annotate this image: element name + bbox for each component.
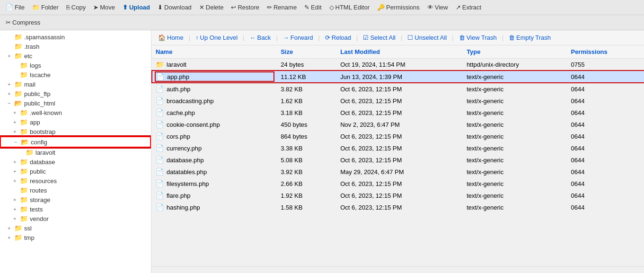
sidebar-label-tests: tests [30, 206, 43, 213]
sep2: | [243, 34, 244, 41]
view-trash-btn[interactable]: 🗑 View Trash [455, 32, 501, 43]
table-row[interactable]: 📄cookie-consent.php450 bytesNov 2, 2023,… [152, 119, 644, 131]
table-row[interactable]: 📄app.php11.12 KBJun 13, 2024, 1:39 PMtex… [152, 70, 644, 83]
download-btn[interactable]: ⬇ Download [154, 2, 195, 13]
file-type-cell: text/x-generic [463, 131, 567, 142]
expand-icon-app: + [13, 119, 19, 125]
edit-icon: ✎ [304, 4, 309, 11]
extract-btn[interactable]: ↗ Extract [452, 2, 485, 13]
back-btn[interactable]: ← Back [246, 32, 274, 43]
file-modified-cell: Oct 6, 2023, 12:15 PM [336, 190, 463, 202]
delete-btn[interactable]: ✕ Delete [195, 2, 228, 13]
sidebar-item-storage[interactable]: + 📁 storage [0, 195, 151, 204]
html-editor-btn[interactable]: ◇ HTML Editor [326, 2, 373, 13]
table-row[interactable]: 📄cache.php3.18 KBOct 6, 2023, 12:15 PMte… [152, 107, 644, 119]
table-row[interactable]: 📄auth.php3.82 KBOct 6, 2023, 12:15 PMtex… [152, 83, 644, 95]
file-modified-cell: Nov 2, 2023, 6:47 PM [336, 119, 463, 131]
file-name-text: hashing.php [167, 204, 200, 211]
file-btn[interactable]: 📄 File [2, 2, 28, 13]
upload-label: Upload [129, 4, 150, 11]
file-name-cell-5: 📄cookie-consent.php [152, 119, 277, 131]
col-name-header[interactable]: Name [152, 45, 277, 59]
sidebar-item-public-ftp[interactable]: + 📁 public_ftp [0, 89, 151, 98]
reload-btn[interactable]: ⟳ Reload [321, 32, 355, 43]
sidebar-item-trash[interactable]: 📁 .trash [0, 42, 151, 51]
extract-icon: ↗ [456, 4, 461, 11]
sidebar-item-etc[interactable]: + 📁 etc [0, 51, 151, 61]
table-row[interactable]: 📄database.php5.08 KBOct 6, 2023, 12:15 P… [152, 154, 644, 166]
file-label: File [15, 4, 25, 11]
file-permissions-cell: 0644 [567, 107, 644, 119]
download-icon: ⬇ [158, 4, 163, 11]
file-size-cell: 3.82 KB [277, 83, 336, 95]
file-name-cell-7: 📄currency.php [152, 142, 277, 154]
rename-btn[interactable]: ✏ Rename [263, 2, 300, 13]
expand-icon-storage: + [13, 197, 19, 203]
file-name-text: cookie-consent.php [167, 121, 220, 128]
empty-trash-btn[interactable]: 🗑 Empty Trash [505, 32, 555, 43]
edit-btn[interactable]: ✎ Edit [300, 2, 325, 13]
table-row[interactable]: 📄hashing.php1.58 KBOct 6, 2023, 12:15 PM… [152, 202, 644, 213]
table-row[interactable]: 📁laravolt24 bytesOct 19, 2024, 11:54 PMh… [152, 59, 644, 71]
home-btn[interactable]: 🏠 Home [154, 32, 187, 43]
file-icon: 📄 [156, 85, 164, 93]
horizontal-scrollbar[interactable] [151, 266, 644, 273]
forward-btn[interactable]: → Forward [279, 32, 317, 43]
sidebar-item-routes[interactable]: 📁 routes [0, 185, 151, 195]
select-all-btn[interactable]: ☑ Select All [359, 32, 399, 43]
sidebar-item-lscache[interactable]: 📁 lscache [0, 70, 151, 79]
sidebar-item-ssl[interactable]: + 📁 ssl [0, 223, 151, 233]
expand-icon-logs [13, 62, 19, 68]
home-icon: 🏠 [158, 34, 166, 41]
sidebar-label-resources: resources [30, 177, 57, 185]
col-type-header[interactable]: Type [463, 45, 567, 59]
table-row[interactable]: 📄datatables.php3.92 KBMay 29, 2024, 6:47… [152, 166, 644, 178]
table-row[interactable]: 📄cors.php864 bytesOct 6, 2023, 12:15 PMt… [152, 131, 644, 142]
table-row[interactable]: 📄currency.php3.38 KBOct 6, 2023, 12:15 P… [152, 142, 644, 154]
file-name-cell-3: 📄broadcasting.php [152, 95, 277, 107]
sidebar-item-config[interactable]: − 📂 config [0, 136, 151, 148]
file-permissions-cell: 0644 [567, 70, 644, 83]
sidebar-item-mail[interactable]: + 📁 mail [0, 79, 151, 89]
restore-btn[interactable]: ↩ Restore [227, 2, 263, 13]
sidebar-item-well-known[interactable]: + 📁 .well-known [0, 108, 151, 117]
up-one-level-btn[interactable]: ↑ Up One Level [192, 32, 241, 43]
sidebar-item-resources[interactable]: + 📁 resources [0, 176, 151, 185]
sidebar-item-tmp[interactable]: + 📁 tmp [0, 233, 151, 242]
sidebar-item-public[interactable]: + 📁 public [0, 167, 151, 176]
sidebar-item-logs[interactable]: 📁 logs [0, 61, 151, 70]
table-row[interactable]: 📄filesystems.php2.66 KBOct 6, 2023, 12:1… [152, 178, 644, 190]
unselect-all-btn[interactable]: ☐ Unselect All [404, 32, 450, 43]
file-permissions-cell: 0755 [567, 59, 644, 71]
upload-btn[interactable]: ⬆ Upload [119, 2, 154, 13]
col-last-modified-header[interactable]: Last Modified [336, 45, 463, 59]
sidebar-item-laravolt-sub[interactable]: 📁 laravolt [0, 148, 151, 157]
reload-icon: ⟳ [325, 34, 330, 41]
folder-icon-app: 📁 [20, 118, 28, 126]
move-btn[interactable]: ➤ Move [89, 2, 119, 13]
permissions-btn[interactable]: 🔑 Permissions [373, 2, 423, 13]
sidebar-item-tests[interactable]: + 📁 tests [0, 204, 151, 214]
folder-icon: 📁 [32, 4, 40, 11]
sidebar-item-database[interactable]: + 📁 database [0, 157, 151, 167]
view-trash-icon: 🗑 [459, 34, 465, 41]
table-row[interactable]: 📄flare.php1.92 KBOct 6, 2023, 12:15 PMte… [152, 190, 644, 202]
col-size-header[interactable]: Size [277, 45, 336, 59]
copy-btn[interactable]: ⎘ Copy [62, 2, 89, 13]
file-name-cell-11: 📄flare.php [152, 190, 277, 202]
col-permissions-header[interactable]: Permissions [567, 45, 644, 59]
view-btn[interactable]: 👁 View [423, 2, 452, 13]
forward-icon: → [283, 34, 289, 41]
sidebar-item-spamassassin[interactable]: 📁 .spamassassin [0, 32, 151, 42]
copy-icon: ⎘ [66, 4, 70, 11]
sidebar-item-app[interactable]: + 📁 app [0, 117, 151, 127]
reload-label: Reload [332, 34, 351, 41]
file-type-cell: text/x-generic [463, 119, 567, 131]
folder-btn[interactable]: 📁 Folder [28, 2, 62, 13]
compress-btn[interactable]: ✂ Compress [2, 17, 44, 28]
sidebar-item-vendor[interactable]: + 📁 vendor [0, 214, 151, 223]
sidebar-item-public-html[interactable]: − 📂 public_html [0, 98, 151, 108]
sidebar-item-bootstrap[interactable]: + 📁 bootstrap [0, 127, 151, 136]
file-modified-cell: Oct 19, 2024, 11:54 PM [336, 59, 463, 71]
table-row[interactable]: 📄broadcasting.php1.62 KBOct 6, 2023, 12:… [152, 95, 644, 107]
